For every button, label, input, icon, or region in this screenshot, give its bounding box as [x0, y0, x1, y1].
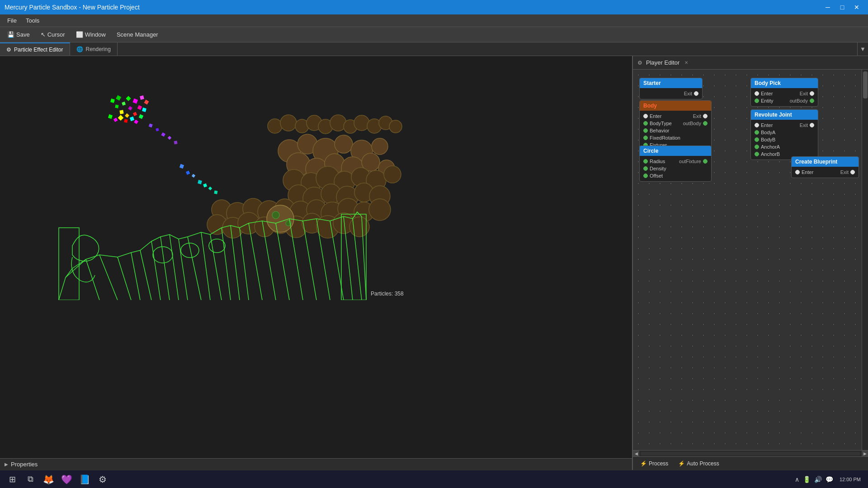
scroll-right-button[interactable]: ▶ — [862, 450, 868, 457]
svg-point-79 — [268, 119, 282, 133]
svg-line-93 — [66, 259, 86, 277]
svg-line-98 — [140, 250, 151, 300]
svg-rect-18 — [130, 117, 134, 121]
svg-rect-0 — [110, 99, 115, 103]
cursor-button[interactable]: ↖ Cursor — [37, 30, 69, 39]
body-exit-port — [703, 114, 708, 118]
svg-point-36 — [335, 135, 353, 153]
node-circle-header: Circle — [640, 146, 711, 156]
right-panel-scrollbar-h[interactable]: ◀ ▶ — [633, 450, 868, 456]
minimize-button[interactable]: ─ — [821, 2, 835, 13]
svg-rect-32 — [214, 191, 217, 194]
save-button[interactable]: 💾 Save — [4, 30, 33, 39]
save-icon: 💾 — [7, 31, 14, 38]
lightning-icon: ⚡ — [640, 460, 647, 467]
tray-battery[interactable]: 🔋 — [802, 475, 811, 484]
particle-editor-tab-icon: ⚙ — [6, 47, 11, 53]
particle-canvas: Particles: 358 — [0, 56, 407, 300]
node-starter-body: Exit — [640, 88, 702, 99]
auto-process-button[interactable]: ⚡ Auto Process — [675, 460, 722, 468]
tray-notification[interactable]: 💬 — [825, 475, 834, 484]
tab-rendering[interactable]: 🌐 Rendering — [70, 42, 118, 56]
player-editor-close[interactable]: ✕ — [683, 60, 689, 66]
menu-file[interactable]: File — [4, 16, 20, 25]
svg-line-105 — [210, 235, 222, 300]
taskbar-settings[interactable]: ⚙ — [94, 472, 111, 487]
circle-offset-row: Offset — [640, 172, 711, 179]
right-panel-scrollbar-v[interactable] — [862, 70, 868, 450]
svg-rect-19 — [134, 120, 138, 124]
svg-rect-8 — [137, 105, 142, 110]
node-starter-exit-port[interactable]: Exit — [684, 91, 698, 96]
svg-rect-7 — [128, 106, 132, 111]
window-icon: ⬜ — [76, 31, 83, 38]
svg-point-119 — [181, 243, 199, 258]
process-button[interactable]: ⚡ Process — [637, 460, 671, 468]
svg-point-120 — [209, 239, 225, 253]
tab-bar: ⚙ Particle Effect Editor 🌐 Rendering ▼ — [0, 42, 868, 56]
body-enter-row: Enter Exit — [640, 113, 711, 120]
node-starter-exit-row: Exit — [640, 90, 702, 97]
svg-line-104 — [201, 232, 210, 300]
bodypick-entity-row: Entity outBody — [751, 97, 818, 104]
taskbar-firefox[interactable]: 🦊 — [40, 472, 57, 487]
circle-radius-row: Radius outFixture — [640, 158, 711, 165]
bodypick-enter-row: Enter Exit — [751, 90, 818, 97]
canvas-area[interactable]: Particles: 358 — [0, 56, 632, 458]
node-circle: Circle Radius outFixture — [639, 145, 712, 182]
tab-particle-effect-editor[interactable]: ⚙ Particle Effect Editor — [0, 42, 70, 56]
scroll-left-button[interactable]: ◀ — [633, 450, 639, 457]
node-canvas[interactable]: Starter Exit Body — [633, 70, 868, 450]
body-fixedrotation-port — [643, 136, 648, 140]
body-behavior-port — [643, 128, 648, 133]
node-revolute-body: Enter Exit BodyA — [751, 120, 818, 160]
svg-rect-15 — [113, 117, 118, 122]
start-button[interactable]: ⊞ — [4, 472, 21, 487]
body-behavior-row: Behavior — [640, 127, 711, 134]
v-scroll-thumb — [863, 71, 868, 99]
svg-rect-31 — [208, 187, 212, 190]
svg-rect-10 — [125, 113, 129, 118]
circle-density-row: Density — [640, 165, 711, 172]
scene-manager-button[interactable]: Scene Manager — [113, 30, 162, 39]
revolute-enter-port — [755, 123, 759, 127]
bodypick-enter-port — [755, 91, 759, 96]
tray-show-hidden[interactable]: ∧ — [794, 475, 800, 484]
svg-rect-5 — [133, 99, 138, 104]
menu-tools[interactable]: Tools — [22, 16, 43, 25]
menu-bar: File Tools — [0, 14, 868, 27]
properties-bar[interactable]: ▶ Properties — [0, 458, 632, 470]
svg-rect-23 — [161, 132, 165, 137]
tab-dropdown-button[interactable]: ▼ — [857, 42, 868, 56]
svg-line-101 — [170, 235, 179, 300]
taskbar-clock: 12:00 PM — [836, 477, 864, 482]
cursor-icon: ↖ — [41, 31, 46, 38]
taskbar: ⊞ ⧉ 🦊 💜 📘 ⚙ ∧ 🔋 🔊 💬 12:00 PM — [0, 470, 868, 488]
rendering-tab-icon: 🌐 — [76, 46, 83, 52]
svg-line-100 — [160, 237, 170, 300]
maximize-button[interactable]: □ — [835, 2, 849, 13]
taskbar-vs[interactable]: 💜 — [58, 472, 75, 487]
player-editor-header: ⚙ Player Editor ✕ — [633, 56, 868, 70]
taskbar-search-button[interactable]: ⧉ — [22, 472, 39, 487]
svg-rect-29 — [198, 180, 202, 184]
svg-point-91 — [272, 211, 279, 219]
blueprint-enter-port — [795, 170, 800, 174]
tray-volume[interactable]: 🔊 — [813, 475, 823, 484]
viewport: Particles: 358 ▶ Properties — [0, 56, 633, 470]
title-controls: ─ □ ✕ — [821, 2, 863, 13]
node-revolute-joint: Revolute Joint Enter Exit — [750, 109, 818, 160]
svg-point-80 — [280, 115, 297, 131]
close-button[interactable]: ✕ — [850, 2, 863, 13]
taskbar-app1[interactable]: 📘 — [76, 472, 93, 487]
blueprint-enter-row: Enter Exit — [792, 169, 859, 176]
revolute-bodyb-row: BodyB — [751, 136, 818, 143]
svg-rect-3 — [126, 96, 131, 101]
svg-rect-20 — [139, 114, 144, 119]
window-button[interactable]: ⬜ Window — [72, 30, 109, 39]
revolute-enter-row: Enter Exit — [751, 122, 818, 129]
app-title: Mercury Particle Sandbox - New Particle … — [5, 4, 140, 11]
node-revolute-header: Revolute Joint — [751, 110, 818, 120]
circle-density-port — [643, 166, 648, 171]
revolute-anchora-row: AnchorA — [751, 143, 818, 150]
